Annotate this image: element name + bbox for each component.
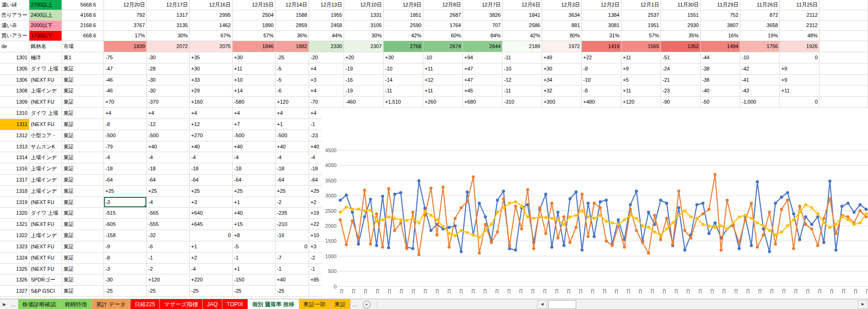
summary-value[interactable]: 2504 [233,10,276,21]
value-cell[interactable]: -43 [740,85,780,97]
series-yellow-marker[interactable] [369,209,372,212]
stock-code-cell[interactable]: 1309 [0,97,29,108]
series-blue-marker[interactable] [345,194,348,197]
series-orange-marker[interactable] [417,253,420,256]
stock-code-cell[interactable]: 1308 [0,85,29,97]
series-blue-marker[interactable] [780,196,783,199]
series-yellow-marker[interactable] [339,211,342,214]
value-cell[interactable]: +11 [621,52,661,63]
value-cell[interactable]: +40 [147,141,190,153]
series-yellow-marker[interactable] [653,231,656,234]
value-cell[interactable]: -30 [147,85,190,97]
value-cell[interactable]: -6 [147,241,190,253]
series-orange-marker[interactable] [744,218,747,222]
series-orange-marker[interactable] [708,208,711,211]
stock-name-cell[interactable]: ダイワ 上場 [29,108,62,119]
sheet-tab-1[interactable]: 株価診断確認 [18,299,61,309]
summary-value[interactable]: 31% [582,31,621,41]
value-cell[interactable]: -28 [147,63,190,75]
series-yellow-marker[interactable] [853,223,856,226]
series-orange-marker[interactable] [828,197,832,200]
series-orange-marker[interactable] [635,229,638,232]
value-cell[interactable]: +32 [542,85,582,97]
date-column-header[interactable]: 12月14日 [276,0,309,10]
summary-value[interactable]: 19% [740,31,780,41]
value-cell[interactable]: 0 [190,230,233,241]
summary-value[interactable]: 2458 [309,21,344,31]
series-yellow-marker[interactable] [599,214,602,217]
stock-code-cell[interactable]: 1314 [0,152,29,163]
stock-name-cell[interactable]: 上場インデ [29,175,62,186]
value-cell[interactable]: -605 [104,219,147,230]
threshold-badge[interactable]: 2700以上 [29,0,62,10]
series-yellow-marker[interactable] [822,221,826,225]
value-cell[interactable]: +4 [276,108,309,119]
series-yellow-marker[interactable] [520,205,524,208]
value-cell[interactable]: -5 [233,241,276,253]
value-cell[interactable]: -64 [276,175,309,186]
value-cell[interactable]: -4 [147,197,190,208]
market-cell[interactable]: 東証 [62,186,104,197]
value-cell[interactable]: -500 [147,130,190,141]
value-cell[interactable]: -4 [190,264,233,275]
series-orange-marker[interactable] [580,193,584,196]
date-column-header[interactable]: 12月16日 [190,0,233,10]
series-yellow-marker[interactable] [629,214,632,217]
series-orange-marker[interactable] [605,239,608,243]
stock-name-cell[interactable]: ダイワ 上場 [29,63,62,75]
stock-code-cell[interactable]: 1320 [0,208,29,219]
market-cell[interactable]: 東証 [62,208,104,219]
value-cell[interactable]: +40 [233,208,276,219]
threshold-badge[interactable]: 2000以下 [29,21,62,31]
series-yellow-marker[interactable] [720,225,723,228]
series-orange-marker[interactable] [460,206,463,210]
sheet-tab-9[interactable]: 東証一部 [299,299,331,309]
series-blue-marker[interactable] [792,212,795,216]
series-yellow-marker[interactable] [635,217,638,220]
value-cell[interactable]: -40 [701,85,740,97]
series-yellow-marker[interactable] [786,225,789,228]
series-yellow-marker[interactable] [859,221,862,225]
series-blue-marker[interactable] [478,202,481,205]
date-column-header[interactable]: 11月29日 [701,0,740,10]
series-orange-marker[interactable] [375,212,379,216]
index-value-cell[interactable]: 1494 [701,41,740,52]
series-yellow-marker[interactable] [804,203,807,206]
series-blue-marker[interactable] [514,249,517,252]
value-cell[interactable]: +25 [190,186,233,197]
series-orange-marker[interactable] [466,200,469,204]
series-blue-marker[interactable] [369,198,372,201]
series-orange-marker[interactable] [508,244,511,247]
summary-value[interactable]: 1331 [344,10,384,21]
series-yellow-marker[interactable] [387,215,390,218]
series-orange-marker[interactable] [816,244,820,247]
value-cell[interactable]: +680 [463,97,503,108]
cell[interactable] [820,31,868,41]
summary-value[interactable]: 1841 [503,10,542,21]
series-orange-marker[interactable] [369,243,372,246]
series-yellow-marker[interactable] [665,227,668,231]
series-blue-marker[interactable] [768,250,771,253]
series-blue-marker[interactable] [381,195,385,198]
summary-value[interactable]: 3081 [582,21,621,31]
series-orange-marker[interactable] [599,206,602,210]
series-blue-marker[interactable] [810,223,813,226]
series-yellow-marker[interactable] [423,210,427,213]
series-orange-marker[interactable] [557,237,560,240]
stock-name-cell[interactable]: (NEXT FU [29,241,62,253]
value-cell[interactable]: -25 [276,52,309,63]
series-blue-marker[interactable] [393,193,396,196]
value-cell[interactable]: -310 [503,97,542,108]
value-cell[interactable]: +120 [621,97,661,108]
index-value-cell[interactable]: 1352 [661,41,701,52]
series-blue-marker[interactable] [702,202,705,205]
value-cell[interactable]: -64 [233,175,276,186]
sheet-tab-6[interactable]: JAQ [203,299,222,309]
series-yellow-marker[interactable] [580,209,584,212]
series-yellow-marker[interactable] [441,225,445,228]
stock-code-cell[interactable]: 1301 [0,52,29,63]
market-cell[interactable]: 東証 [62,75,104,86]
value-cell[interactable]: -460 [344,97,384,108]
value-cell[interactable]: -19 [344,85,384,97]
value-cell[interactable]: +120 [276,97,309,108]
